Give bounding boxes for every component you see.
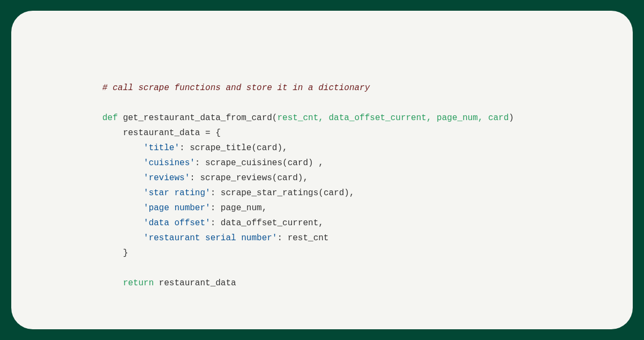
code-func-name: get_restaurant_data_from_card( [118,113,278,123]
code-indent [102,158,144,168]
code-block: # call scrape functions and store it in … [102,80,552,291]
code-val-page: : page_num, [211,203,267,213]
code-val-cuisines: : scrape_cuisines(card) , [195,158,324,168]
code-indent [102,233,144,243]
code-str-cuisines: 'cuisines' [144,158,195,168]
code-str-page: 'page number' [144,203,211,213]
code-val-title: : scrape_title(card), [179,143,288,153]
code-keyword-return: return [123,278,154,288]
code-line-close: } [102,248,128,258]
code-return-val: restaurant_data [154,278,236,288]
code-str-reviews: 'reviews' [144,173,190,183]
code-params: rest_cnt, data_offset_current, page_num,… [277,113,508,123]
code-indent [102,188,144,198]
code-str-offset: 'data offset' [144,218,211,228]
code-comment: # call scrape functions and store it in … [102,83,370,93]
code-val-offset: : data_offset_current, [211,218,324,228]
code-close-paren: ) [509,113,514,123]
code-indent [102,218,144,228]
code-card: # call scrape functions and store it in … [11,11,633,329]
code-line-assign: restaurant_data = { [102,128,221,138]
code-val-reviews: : scrape_reviews(card), [190,173,308,183]
code-val-serial: : rest_cnt [277,233,328,243]
code-indent [102,143,144,153]
code-str-title: 'title' [144,143,179,153]
code-indent [102,203,144,213]
code-indent [102,173,144,183]
code-keyword-def: def [102,113,118,123]
code-str-star: 'star rating' [144,188,211,198]
code-indent-return [102,278,123,288]
code-val-star: : scrape_star_ratings(card), [211,188,355,198]
code-str-serial: 'restaurant serial number' [144,233,278,243]
